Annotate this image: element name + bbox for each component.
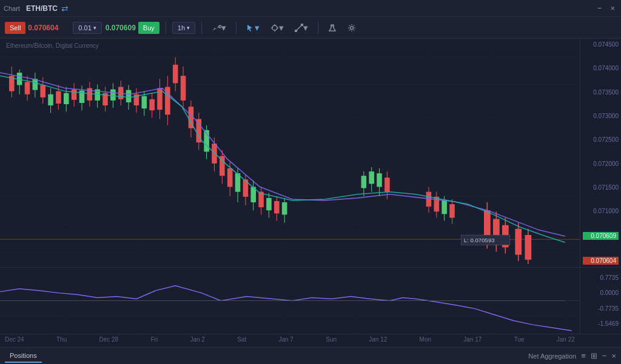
time-label-jan12: Jan 12 xyxy=(369,336,387,343)
top-bar: Chart ETH/BTC ⇄ − × xyxy=(0,0,621,17)
buy-trade-box: 0.070609 Buy xyxy=(106,22,159,34)
toolbar: Sell 0.070604 0.01 0.070609 Buy 1h ▾ ▾ ▾ xyxy=(0,17,621,39)
expand-icon[interactable]: ⊞ xyxy=(591,351,597,360)
svg-rect-86 xyxy=(227,168,233,187)
price-label-4: 0.073000 xyxy=(583,113,619,119)
app-title: Chart xyxy=(4,5,20,12)
price-label-7: 0.071500 xyxy=(583,184,619,191)
svg-text:L: 0.070593: L: 0.070593 xyxy=(464,237,495,243)
price-label-2: 0.074000 xyxy=(583,65,619,71)
time-label-dec28: Dec 28 xyxy=(99,336,118,343)
svg-rect-104 xyxy=(369,171,374,184)
crosshair-button[interactable]: ▾ xyxy=(267,21,287,35)
svg-point-10 xyxy=(351,26,354,29)
time-label-jan17: Jan 17 xyxy=(463,336,482,343)
timeframe-dropdown[interactable]: 1h xyxy=(172,22,195,34)
sell-price-display: 0.070604 xyxy=(28,24,69,32)
svg-rect-38 xyxy=(40,85,45,97)
draw-line-icon xyxy=(295,24,303,32)
time-label-jan2: Jan 2 xyxy=(190,336,204,343)
svg-rect-124 xyxy=(515,229,522,255)
svg-rect-96 xyxy=(266,198,272,210)
chart-wrapper: Ethereum/Bitcoin, Digital Currency xyxy=(0,39,621,347)
minimize-button[interactable]: − xyxy=(595,2,605,14)
time-label-fri: Fri xyxy=(150,336,158,343)
svg-rect-34 xyxy=(25,82,30,94)
svg-rect-114 xyxy=(441,200,447,214)
trading-pair: ETH/BTC xyxy=(26,4,58,13)
svg-point-7 xyxy=(295,30,297,31)
svg-rect-98 xyxy=(274,201,280,213)
time-label-sat: Sat xyxy=(237,336,246,343)
separator-3 xyxy=(236,22,237,34)
settings-button[interactable] xyxy=(344,22,360,33)
time-axis-bar: Dec 24 Thu Dec 28 Fri Jan 2 Sat Jan 7 Su… xyxy=(0,334,621,347)
draw-line-button[interactable]: ▾ xyxy=(291,21,312,35)
time-label-dec24: Dec 24 xyxy=(5,336,24,343)
svg-rect-126 xyxy=(525,235,531,260)
flask-icon xyxy=(328,24,337,32)
price-label-1: 0.074500 xyxy=(583,41,619,48)
net-aggregation-label: Net Aggregation xyxy=(528,352,576,360)
svg-rect-40 xyxy=(48,94,53,105)
net-aggregation-icon[interactable]: ≡ xyxy=(581,351,586,360)
price-axis: 0.074500 0.074000 0.073500 0.073000 0.07… xyxy=(580,39,621,267)
svg-rect-60 xyxy=(126,90,132,102)
separator-4 xyxy=(318,22,318,34)
buy-current-price: 0.070609 xyxy=(583,232,619,240)
time-label-jan7: Jan 7 xyxy=(278,336,293,343)
chart-subtitle: Ethereum/Bitcoin, Digital Currency xyxy=(6,42,99,49)
time-label-sun: Sun xyxy=(326,336,337,343)
osc-level-2: 0.0000 xyxy=(583,290,619,296)
svg-rect-108 xyxy=(384,177,390,191)
time-label-tue: Tue xyxy=(514,336,525,343)
sell-button[interactable]: Sell xyxy=(5,22,25,34)
indicators-icon xyxy=(212,23,221,33)
flask-button[interactable] xyxy=(324,22,340,33)
bottom-bar: Positions Net Aggregation ≡ ⊞ − × xyxy=(0,347,621,364)
svg-point-1 xyxy=(272,25,277,30)
close-button[interactable]: × xyxy=(608,2,617,14)
pair-icon[interactable]: ⇄ xyxy=(61,4,69,13)
osc-price-axis: 0.7735 0.0000 -0.7735 -1.5469 xyxy=(580,268,621,334)
svg-rect-72 xyxy=(173,65,178,84)
price-chart-svg: L: 0.070593 xyxy=(0,39,621,267)
osc-level-4: -1.5469 xyxy=(583,320,619,327)
time-label-thu: Thu xyxy=(56,336,67,343)
time-label-jan22: Jan 22 xyxy=(557,336,575,343)
sell-current-price: 0.070604 xyxy=(583,257,619,265)
price-label-8: 0.071000 xyxy=(583,208,619,214)
svg-rect-44 xyxy=(64,93,69,104)
svg-rect-102 xyxy=(361,176,367,188)
close-bottom-icon[interactable]: × xyxy=(611,351,616,360)
separator-2 xyxy=(201,22,202,34)
indicators-button[interactable]: ▾ xyxy=(208,21,230,35)
svg-rect-64 xyxy=(142,96,147,108)
svg-rect-106 xyxy=(377,173,382,187)
price-label-6: 0.072000 xyxy=(583,160,619,167)
cursor-button[interactable]: ▾ xyxy=(243,21,263,35)
osc-level-1: 0.7735 xyxy=(583,274,619,281)
svg-rect-46 xyxy=(72,90,77,100)
svg-rect-116 xyxy=(449,204,455,217)
price-label-5: 0.072500 xyxy=(583,136,619,143)
separator-1 xyxy=(166,22,166,34)
sell-trade-box: Sell 0.070604 xyxy=(5,22,69,34)
main-chart[interactable]: Ethereum/Bitcoin, Digital Currency xyxy=(0,39,621,267)
cursor-icon xyxy=(246,24,255,32)
buy-price-display: 0.070609 xyxy=(106,24,136,32)
svg-rect-56 xyxy=(110,90,116,101)
buy-button[interactable]: Buy xyxy=(138,22,159,34)
svg-rect-66 xyxy=(149,99,155,110)
lot-size-dropdown[interactable]: 0.01 xyxy=(73,22,101,34)
positions-tab[interactable]: Positions xyxy=(5,349,42,363)
settings-icon xyxy=(347,24,356,32)
osc-level-3: -0.7735 xyxy=(583,305,619,312)
oscillator-svg xyxy=(0,268,621,334)
minimize-bottom-icon[interactable]: − xyxy=(602,351,607,360)
time-label-mon: Mon xyxy=(420,336,431,343)
svg-rect-74 xyxy=(181,76,186,101)
crosshair-icon xyxy=(270,24,279,32)
svg-rect-42 xyxy=(56,91,61,104)
svg-rect-100 xyxy=(282,202,287,214)
